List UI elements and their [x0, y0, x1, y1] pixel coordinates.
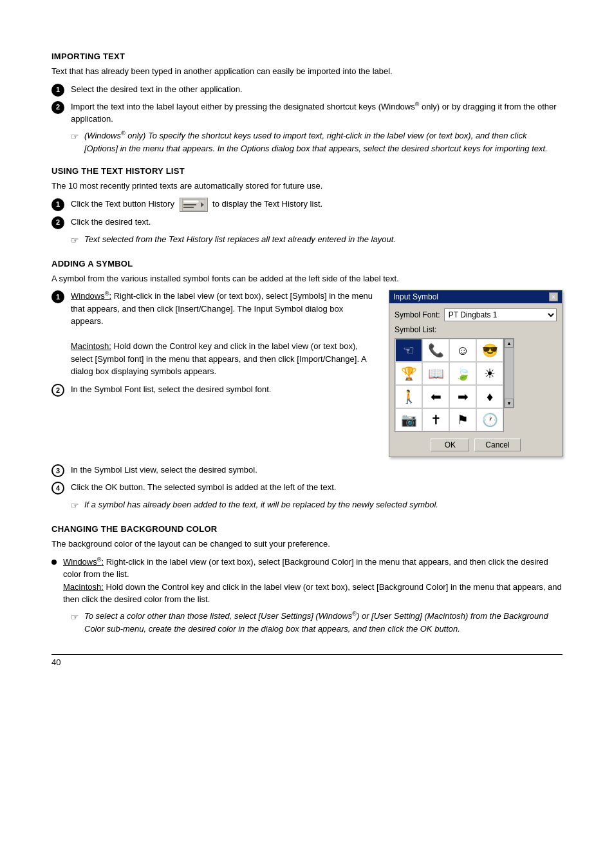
- text-history-title: USING THE TEXT HISTORY LIST: [51, 166, 563, 176]
- adding-symbol-step-2-text: In the Symbol Font list, select the desi…: [71, 383, 376, 396]
- dialog-titlebar: Input Symbol ×: [389, 290, 562, 303]
- adding-symbol-step-3: 3 In the Symbol List view, select the de…: [51, 464, 563, 477]
- dialog-buttons: OK Cancel: [395, 439, 557, 451]
- svg-rect-1: [183, 200, 199, 203]
- adding-symbol-step-1: 1 Windows®: Right-click in the label vie…: [51, 290, 376, 378]
- dialog-title: Input Symbol: [393, 292, 438, 301]
- importing-step-2-text: Import the text into the label layout ei…: [71, 100, 563, 126]
- adding-symbol-right: Input Symbol × Symbol Font: PT Dingbats …: [389, 290, 563, 457]
- adding-symbol-title: ADDING A SYMBOL: [51, 259, 563, 269]
- symbol-cell-leaf[interactable]: 🍃: [449, 362, 476, 385]
- symbol-cell-award[interactable]: 🏆: [395, 362, 422, 385]
- importing-step-1-text: Select the desired text in the other app…: [71, 83, 563, 96]
- importing-text-section: IMPORTING TEXT Text that has already bee…: [51, 52, 563, 155]
- symbol-cell-flag[interactable]: ⚑: [449, 408, 476, 431]
- symbol-cell-face[interactable]: 😎: [476, 339, 503, 362]
- text-history-step-1: 1 Click the Text button History to displ…: [51, 198, 563, 212]
- text-history-step-1-text: Click the Text button History to display…: [71, 198, 563, 212]
- symbol-cell-camera[interactable]: 📷: [395, 408, 422, 431]
- page-number: 40: [51, 657, 60, 667]
- dialog-close-button[interactable]: ×: [549, 292, 558, 301]
- background-color-note: ☞ To select a color other than those lis…: [71, 610, 563, 635]
- scroll-track: [505, 348, 514, 399]
- as-note-arrow-icon: ☞: [71, 499, 79, 513]
- symbol-cell-arrow-left[interactable]: ⬅: [422, 385, 449, 408]
- symbol-cell-phone[interactable]: 📞: [422, 339, 449, 362]
- symbol-cell-smiley[interactable]: ☺: [449, 339, 476, 362]
- symbol-cell-sun[interactable]: ☀: [476, 362, 503, 385]
- symbol-cell-book[interactable]: 📖: [422, 362, 449, 385]
- importing-note-text: (Windows® only) To specify the shortcut …: [84, 129, 563, 155]
- symbol-list-label: Symbol List:: [395, 325, 436, 334]
- scroll-up-arrow[interactable]: ▲: [505, 339, 514, 348]
- background-color-section: CHANGING THE BACKGROUND COLOR The backgr…: [51, 524, 563, 635]
- page-footer: 40: [51, 654, 563, 667]
- as-step-num-2: 2: [51, 384, 64, 397]
- background-color-desc: The background color of the layout can b…: [51, 538, 563, 551]
- adding-symbol-note-text: If a symbol has already been added to th…: [84, 498, 438, 511]
- as-step-num-4: 4: [51, 482, 64, 495]
- background-color-bullet-1-text: Windows®: Right-click in the label view …: [63, 556, 563, 606]
- importing-step-2: 2 Import the text into the label layout …: [51, 100, 563, 126]
- importing-text-steps: 1 Select the desired text in the other a…: [51, 83, 563, 126]
- text-history-step-2: 2 Click the desired text.: [51, 216, 563, 229]
- background-color-bullet-1: Windows®: Right-click in the label view …: [51, 556, 563, 606]
- step-num-1: 1: [51, 84, 64, 97]
- adding-symbol-step-4: 4 Click the OK button. The selected symb…: [51, 481, 563, 495]
- symbol-cell-hand[interactable]: ☜: [395, 339, 422, 362]
- bg-note-arrow-icon: ☞: [71, 610, 79, 624]
- adding-symbol-step-1-text: Windows®: Right-click in the label view …: [71, 290, 376, 378]
- bg-windows-label: Windows®:: [63, 557, 104, 567]
- text-history-note-text: Text selected from the Text History list…: [84, 233, 396, 246]
- step-num-2: 2: [51, 101, 64, 114]
- symbol-cell-arrow-right[interactable]: ➡: [449, 385, 476, 408]
- bullet-dot-1: [51, 560, 57, 565]
- text-history-section: USING THE TEXT HISTORY LIST The 10 most …: [51, 166, 563, 247]
- cancel-button[interactable]: Cancel: [474, 439, 520, 451]
- windows-label: Windows®:: [71, 291, 111, 301]
- symbol-grid-container: ☜ 📞 ☺ 😎 🏆 📖 🍃 ☀ 🚶 ⬅ ➡: [395, 338, 557, 436]
- importing-note: ☞ (Windows® only) To specify the shortcu…: [71, 129, 563, 155]
- background-color-note-text: To select a color other than those liste…: [84, 610, 563, 635]
- note-arrow-icon: ☞: [71, 130, 79, 144]
- adding-symbol-note: ☞ If a symbol has already been added to …: [71, 498, 563, 513]
- symbol-cell-diamond[interactable]: ♦: [476, 385, 503, 408]
- th-step-num-1: 1: [51, 198, 64, 211]
- adding-symbol-section: ADDING A SYMBOL A symbol from the variou…: [51, 259, 563, 513]
- ok-button[interactable]: OK: [431, 439, 469, 451]
- text-history-steps: 1 Click the Text button History to displ…: [51, 198, 563, 229]
- svg-rect-2: [183, 204, 196, 205]
- macintosh-label: Macintosh:: [71, 341, 111, 351]
- dialog-body: Symbol Font: PT Dingbats 1 Symbol List: …: [389, 303, 562, 457]
- symbol-list-row: Symbol List:: [395, 325, 557, 334]
- adding-symbol-left: 1 Windows®: Right-click in the label vie…: [51, 290, 376, 401]
- text-history-desc: The 10 most recently printed texts are a…: [51, 180, 563, 193]
- importing-text-title: IMPORTING TEXT: [51, 52, 563, 61]
- importing-text-desc: Text that has already been typed in anot…: [51, 65, 563, 78]
- text-history-step-2-text: Click the desired text.: [71, 216, 563, 229]
- svg-rect-3: [183, 207, 194, 208]
- symbol-scrollbar[interactable]: ▲ ▼: [504, 338, 514, 408]
- adding-symbol-two-col: 1 Windows®: Right-click in the label vie…: [51, 290, 563, 457]
- bg-macintosh-label: Macintosh:: [63, 582, 104, 592]
- th-note-arrow-icon: ☞: [71, 234, 79, 247]
- importing-step-1: 1 Select the desired text in the other a…: [51, 83, 563, 97]
- background-color-title: CHANGING THE BACKGROUND COLOR: [51, 524, 563, 534]
- adding-symbol-step-4-text: Click the OK button. The selected symbol…: [71, 481, 563, 494]
- as-step-num-3: 3: [51, 464, 64, 477]
- symbol-cell-clock[interactable]: 🕐: [476, 408, 503, 431]
- symbol-font-label: Symbol Font:: [395, 310, 440, 319]
- adding-symbol-desc: A symbol from the various installed symb…: [51, 272, 563, 285]
- adding-symbol-step-2: 2 In the Symbol Font list, select the de…: [51, 383, 376, 397]
- adding-symbol-step-3-text: In the Symbol List view, select the desi…: [71, 464, 563, 476]
- scroll-down-arrow[interactable]: ▼: [505, 399, 514, 408]
- th-step-num-2: 2: [51, 216, 64, 229]
- symbol-cell-figure[interactable]: 🚶: [395, 385, 422, 408]
- symbol-font-row: Symbol Font: PT Dingbats 1: [395, 308, 557, 321]
- as-step-num-1: 1: [51, 290, 64, 303]
- symbol-font-select[interactable]: PT Dingbats 1: [444, 308, 557, 321]
- text-history-button-icon[interactable]: [180, 198, 208, 212]
- symbol-grid: ☜ 📞 ☺ 😎 🏆 📖 🍃 ☀ 🚶 ⬅ ➡: [395, 338, 504, 432]
- symbol-cell-cross[interactable]: ✝: [422, 408, 449, 431]
- input-symbol-dialog: Input Symbol × Symbol Font: PT Dingbats …: [389, 290, 563, 457]
